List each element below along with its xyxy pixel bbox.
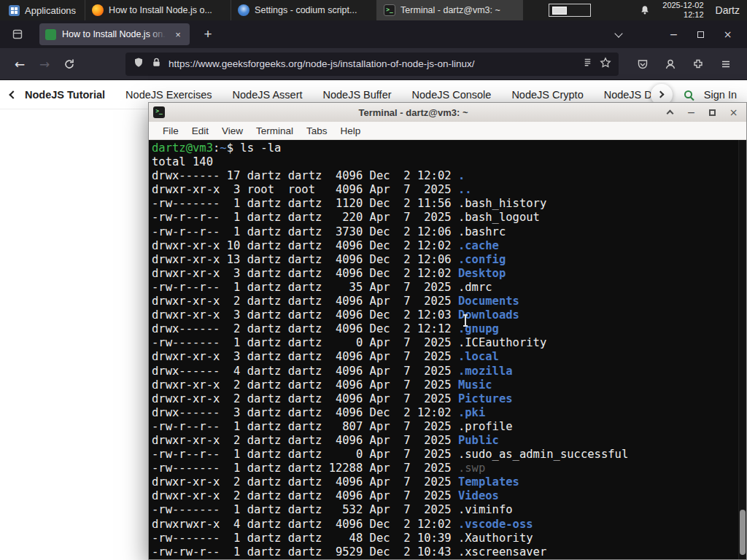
terminal-close-button[interactable]: × <box>725 105 742 120</box>
terminal-ls-line: -rw-r--r-- 1 dartz dartz 3730 Dec 2 12:0… <box>152 225 738 239</box>
site-search-icon[interactable] <box>684 88 692 101</box>
site-nav-item-4[interactable]: NodeJS Crypto <box>511 89 583 101</box>
terminal-ls-line: -rw-rw-r-- 1 dartz dartz 9529 Dec 2 10:4… <box>152 545 738 559</box>
site-nav-item-1[interactable]: NodeJS Assert <box>233 89 303 101</box>
reload-button[interactable] <box>57 52 82 77</box>
terminal-minimize-button[interactable]: − <box>683 105 700 120</box>
ls-meta: -rw------- 1 dartz dartz 12288 Apr 7 202… <box>152 462 458 475</box>
terminal-menu-terminal[interactable]: Terminal <box>249 122 300 139</box>
ls-meta: drwxr-xr-x 3 dartz dartz 4096 Dec 2 12:0… <box>152 267 458 280</box>
url-bar[interactable]: https://www.geeksforgeeks.org/node-js/in… <box>125 52 619 76</box>
terminal-ls-line: -rw------- 1 dartz dartz 12288 Apr 7 202… <box>152 462 738 475</box>
bookmark-star-icon[interactable] <box>600 57 611 71</box>
panel-user-label[interactable]: Dartz <box>716 4 740 16</box>
ls-name: .. <box>458 183 472 196</box>
chevron-left-icon[interactable] <box>9 90 17 98</box>
site-nav-item-3[interactable]: NodeJS Console <box>412 89 492 101</box>
tracking-shield-icon[interactable] <box>133 57 144 71</box>
ls-name: .mozilla <box>458 365 513 378</box>
menu-hamburger-icon[interactable] <box>712 52 740 77</box>
ls-meta: drwxr-xr-x 2 dartz dartz 4096 Apr 7 2025 <box>152 295 458 308</box>
settings-icon <box>238 4 249 16</box>
account-icon[interactable] <box>657 52 684 77</box>
scrollbar-thumb[interactable] <box>740 510 746 555</box>
ls-meta: drwxr-xr-x 3 dartz dartz 4096 Apr 7 2025 <box>152 350 458 363</box>
panel-clock[interactable]: 2025-12-02 12:12 <box>662 1 703 20</box>
ls-meta: drwxr-xr-x 10 dartz dartz 4096 Dec 2 12:… <box>152 239 458 252</box>
ls-meta: -rw-r--r-- 1 dartz dartz 35 Apr 7 2025 <box>152 281 458 294</box>
terminal-ls-line: drwxr-xr-x 3 dartz dartz 4096 Dec 2 12:0… <box>152 308 738 322</box>
clock-time: 12:12 <box>662 10 703 20</box>
ls-meta: drwxr-xr-x 3 dartz dartz 4096 Dec 2 12:0… <box>152 308 458 322</box>
taskbar-button-firefox[interactable]: How to Install Node.js o... <box>85 0 231 20</box>
taskbar-button-settings[interactable]: Settings - codium script... <box>231 0 377 20</box>
browser-toolbar: ← → https://www.geeksforgeeks.org/node-j… <box>0 48 747 80</box>
browser-window-controls: − × <box>660 23 741 45</box>
terminal-menubar: FileEditViewTerminalTabsHelp <box>149 122 746 140</box>
lock-icon[interactable] <box>151 57 162 71</box>
pocket-icon[interactable] <box>629 52 657 77</box>
terminal-ls-line: drwxrwxr-x 4 dartz dartz 4096 Dec 2 12:0… <box>152 518 738 532</box>
new-tab-button[interactable]: + <box>198 26 217 42</box>
panel-tray: 2025-12-02 12:12 Dartz <box>549 0 747 20</box>
terminal-menu-help[interactable]: Help <box>334 122 368 139</box>
terminal-menu-view[interactable]: View <box>215 122 249 139</box>
terminal-ls-line: drwxr-xr-x 2 dartz dartz 4096 Apr 7 2025… <box>152 475 738 489</box>
terminal-ls-line: drwxr-xr-x 2 dartz dartz 4096 Apr 7 2025… <box>152 392 738 406</box>
terminal-scrollbar[interactable] <box>738 140 746 559</box>
ls-meta: -rw-r--r-- 1 dartz dartz 3730 Dec 2 12:0… <box>152 225 458 238</box>
back-button[interactable]: ← <box>7 52 32 77</box>
list-all-tabs-button[interactable] <box>609 33 628 36</box>
terminal-shade-button[interactable] <box>662 105 678 120</box>
terminal-ls-line: -rw-r--r-- 1 dartz dartz 807 Apr 7 2025 … <box>152 420 738 434</box>
workspace-switcher[interactable] <box>549 4 591 17</box>
workspace-window-icon <box>552 7 567 15</box>
site-nav-items: NodeJS ExercisesNodeJS AssertNodeJS Buff… <box>125 89 667 101</box>
ls-meta: drwxr-xr-x 2 dartz dartz 4096 Apr 7 2025 <box>152 392 458 405</box>
terminal-menu-edit[interactable]: Edit <box>185 122 215 139</box>
chevron-down-icon <box>614 29 622 37</box>
firefox-view-icon[interactable] <box>10 27 25 42</box>
applications-icon <box>9 5 20 16</box>
terminal-menu-tabs[interactable]: Tabs <box>300 122 334 139</box>
terminal-menu-file[interactable]: File <box>156 122 185 139</box>
terminal-content[interactable]: dartz@vm3:~$ ls -latotal 140drwx------ 1… <box>149 140 746 559</box>
site-nav-item-0[interactable]: NodeJS Exercises <box>125 89 212 101</box>
ls-name: .bashrc <box>458 225 506 238</box>
ls-name: .Xauthority <box>458 532 533 545</box>
ls-meta: drwxrwxr-x 4 dartz dartz 4096 Dec 2 12:0… <box>152 518 458 531</box>
tab-close-icon[interactable]: × <box>172 29 184 40</box>
site-nav-item-2[interactable]: NodeJS Buffer <box>323 89 392 101</box>
terminal-ls-line: -rw-r--r-- 1 dartz dartz 35 Apr 7 2025 .… <box>152 281 738 295</box>
forward-button[interactable]: → <box>32 52 57 77</box>
ls-meta: drwxr-xr-x 2 dartz dartz 4096 Apr 7 2025 <box>152 475 458 489</box>
terminal-maximize-button[interactable] <box>704 105 721 120</box>
terminal-titlebar[interactable]: Terminal - dartz@vm3: ~ − × <box>149 103 746 122</box>
ls-meta: drwxr-xr-x 2 dartz dartz 4096 Apr 7 2025 <box>152 434 458 447</box>
ls-meta: drwxr-xr-x 3 root root 4096 Apr 7 2025 <box>152 183 458 196</box>
taskbar-button-terminal[interactable]: Terminal - dartz@vm3: ~ <box>377 0 523 20</box>
terminal-lines: dartz@vm3:~$ ls -latotal 140drwx------ 1… <box>152 141 738 559</box>
ls-name: Music <box>458 378 492 392</box>
reader-view-icon[interactable] <box>582 57 593 71</box>
browser-minimize-button[interactable]: − <box>660 23 687 45</box>
maximize-icon <box>709 109 716 116</box>
applications-menu-button[interactable]: Applications <box>0 0 85 20</box>
ls-name: Documents <box>458 295 519 308</box>
sign-in-button[interactable]: Sign In <box>704 89 737 101</box>
site-nav-back-label[interactable]: NodeJS Tutorial <box>25 89 105 101</box>
extensions-icon[interactable] <box>684 52 712 77</box>
ls-meta: drwx------ 4 dartz dartz 4096 Apr 7 2025 <box>152 365 458 378</box>
terminal-ls-line: drwxr-xr-x 3 dartz dartz 4096 Dec 2 12:0… <box>152 267 738 281</box>
browser-maximize-button[interactable] <box>687 23 714 45</box>
taskbar-button-label: Settings - codium script... <box>255 5 357 15</box>
prompt-user-host: dartz@vm3 <box>152 141 213 155</box>
chevron-up-icon <box>667 110 674 117</box>
notifications-bell-icon[interactable] <box>639 4 651 16</box>
ls-name: .sudo_as_admin_successful <box>458 448 628 461</box>
browser-tab-active[interactable]: How to Install Node.js on... × <box>39 23 190 45</box>
ls-name: .viminfo <box>458 503 513 516</box>
tab-title: How to Install Node.js on... <box>62 28 166 40</box>
url-text[interactable]: https://www.geeksforgeeks.org/node-js/in… <box>169 58 576 69</box>
browser-close-button[interactable]: × <box>714 23 741 45</box>
